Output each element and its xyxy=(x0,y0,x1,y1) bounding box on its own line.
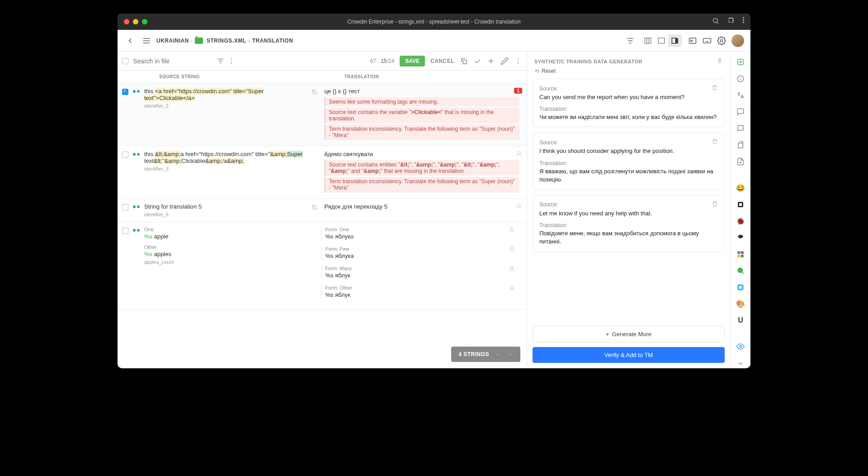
reset-button[interactable]: Reset xyxy=(527,68,730,79)
copy-source-icon[interactable] xyxy=(311,89,317,141)
browser-menu-icon[interactable] xyxy=(743,17,744,26)
svg-point-25 xyxy=(510,286,513,289)
screenshot-icon[interactable] xyxy=(686,34,699,47)
editor-subbar: 67 · 15/24 SAVE CANCEL xyxy=(118,52,527,71)
translation-text[interactable]: йдемо святкувати xyxy=(325,151,520,157)
rail-add-icon[interactable] xyxy=(735,57,746,67)
delete-card-icon[interactable] xyxy=(712,201,718,209)
translation-text[interactable]: %s яблуко xyxy=(326,233,506,240)
string-row[interactable]: One %s apple Other %s apples apples_coun… xyxy=(118,222,527,309)
rail-file-icon[interactable] xyxy=(735,157,746,167)
menu-button[interactable] xyxy=(140,34,153,47)
view-side-button[interactable] xyxy=(668,34,682,47)
card-translation-text[interactable]: Чи можете ви надіслати мені звіт, коли у… xyxy=(539,113,718,121)
string-identifier: identifier_3 xyxy=(144,166,317,171)
rail-gear-dark-icon[interactable] xyxy=(735,233,746,243)
translation-text[interactable]: %s яблук xyxy=(326,272,506,279)
rail-expand-icon[interactable] xyxy=(735,358,746,368)
plus-icon: + xyxy=(606,331,609,338)
approve-row-icon[interactable] xyxy=(509,285,515,293)
settings-icon[interactable] xyxy=(715,34,728,47)
save-button[interactable]: SAVE xyxy=(400,56,425,67)
translation-text[interactable]: %s яблук xyxy=(326,291,506,298)
select-all-checkbox[interactable] xyxy=(122,58,128,64)
close-window-button[interactable] xyxy=(124,19,129,24)
row-checkbox[interactable] xyxy=(122,152,128,158)
card-source-text[interactable]: Let me know if you need any help with th… xyxy=(539,209,718,218)
approve-row-icon[interactable] xyxy=(516,151,522,158)
window-controls xyxy=(124,19,147,24)
card-source-text[interactable]: I think you should consider applying for… xyxy=(539,147,718,155)
breadcrumb-mode[interactable]: TRANSLATION xyxy=(252,38,293,44)
approve-row-icon[interactable] xyxy=(516,203,522,211)
qa-warning: Seems like some formatting tags are miss… xyxy=(325,97,520,106)
right-rail: 😂 🐞 🎨 U xyxy=(731,52,750,368)
more-options-icon[interactable] xyxy=(227,57,236,65)
back-button[interactable] xyxy=(124,34,137,47)
string-row[interactable]: this &lt;&amp;a href="https://crowdin.co… xyxy=(118,146,527,199)
rail-book-icon[interactable] xyxy=(735,123,746,133)
rail-translate-icon[interactable] xyxy=(735,90,746,100)
generate-more-button[interactable]: +Generate More xyxy=(533,326,725,343)
translation-text[interactable]: це {} є {} тест xyxy=(325,88,520,95)
rail-bug-icon[interactable]: 🐞 xyxy=(735,216,746,226)
copy-source-icon[interactable] xyxy=(311,204,317,217)
browser-search-icon[interactable] xyxy=(712,17,719,26)
pin-panel-icon[interactable] xyxy=(717,58,723,65)
user-avatar[interactable] xyxy=(731,34,744,47)
rail-info-icon[interactable] xyxy=(735,74,746,84)
row-checkbox[interactable] xyxy=(122,89,128,95)
add-icon[interactable] xyxy=(487,57,495,65)
rail-eye-icon[interactable] xyxy=(735,342,746,352)
approve-row-icon[interactable] xyxy=(509,266,515,273)
copy-icon[interactable] xyxy=(460,57,468,65)
more-icon[interactable] xyxy=(514,57,522,65)
edit-icon[interactable] xyxy=(500,57,509,65)
keyboard-icon[interactable] xyxy=(701,34,713,47)
approve-icon[interactable] xyxy=(473,57,481,65)
rail-app-2-icon[interactable] xyxy=(735,249,746,259)
search-input[interactable] xyxy=(131,56,214,67)
cancel-button[interactable]: CANCEL xyxy=(430,58,454,64)
translation-text[interactable]: Рядок для перекладу 5 xyxy=(325,203,520,210)
card-translation-text[interactable]: Я вважаю, що вам слід розглянути можливі… xyxy=(539,167,718,184)
plural-form-label: One xyxy=(144,227,317,232)
rail-u-icon[interactable]: U xyxy=(735,315,746,326)
rail-library-icon[interactable] xyxy=(735,140,746,150)
svg-point-38 xyxy=(739,286,742,289)
string-row[interactable]: this <a href="https://crowdin.com" title… xyxy=(118,83,527,146)
card-source-text[interactable]: Can you send me the report when you have… xyxy=(539,93,718,101)
translation-text[interactable]: %s яблука xyxy=(326,252,506,259)
rail-comments-icon[interactable] xyxy=(735,107,746,117)
rail-color-wheel-icon[interactable]: 🎨 xyxy=(735,299,746,309)
breadcrumb-file[interactable]: STRINGS.XML xyxy=(207,38,246,44)
filter-icon[interactable] xyxy=(217,57,225,65)
delete-card-icon[interactable] xyxy=(712,138,718,146)
view-single-button[interactable] xyxy=(655,34,668,47)
cards-list: Source: Can you send me the report when … xyxy=(527,79,730,320)
sort-icon[interactable] xyxy=(624,34,637,47)
prev-page-button[interactable]: ← xyxy=(495,351,501,357)
rail-emoji-laugh[interactable]: 😂 xyxy=(735,183,746,193)
next-page-button[interactable]: → xyxy=(508,351,514,357)
svg-rect-4 xyxy=(658,38,665,43)
svg-point-17 xyxy=(518,63,519,64)
rail-lens-icon[interactable] xyxy=(735,282,746,292)
card-translation-text[interactable]: Повідомте мене, якщо вам знадобиться доп… xyxy=(539,229,718,246)
breadcrumb-language[interactable]: UKRAINIAN xyxy=(156,38,189,44)
maximize-window-button[interactable] xyxy=(142,19,147,24)
rail-search-green-icon[interactable] xyxy=(735,266,746,276)
approve-row-icon[interactable] xyxy=(509,246,515,254)
minimize-window-button[interactable] xyxy=(133,19,138,24)
view-columns-button[interactable] xyxy=(641,34,655,47)
error-badge[interactable]: 1 xyxy=(514,88,522,94)
row-checkbox[interactable] xyxy=(122,228,128,234)
approve-row-icon[interactable] xyxy=(509,227,515,234)
delete-card-icon[interactable] xyxy=(712,85,718,92)
verify-add-tm-button[interactable]: Verify & Add to TM xyxy=(533,347,725,363)
extensions-icon[interactable] xyxy=(727,17,735,26)
row-checkbox[interactable] xyxy=(122,204,128,210)
string-row[interactable]: String for translation 5 identifier_5 Ря… xyxy=(118,199,527,222)
svg-point-16 xyxy=(518,60,519,61)
rail-app-1-icon[interactable] xyxy=(735,199,746,209)
